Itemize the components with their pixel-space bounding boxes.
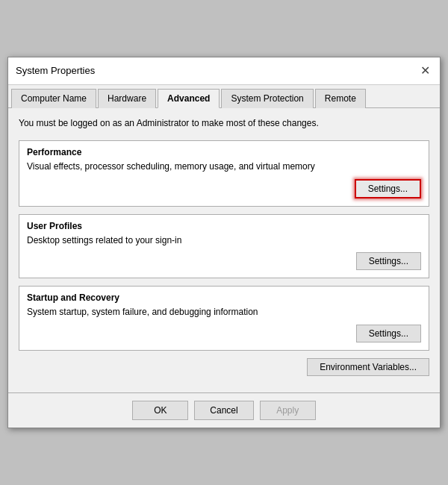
title-bar: System Properties ✕ — [8, 57, 440, 85]
user-profiles-section: User Profiles Desktop settings related t… — [19, 214, 429, 279]
env-btn-row: Environment Variables... — [19, 358, 429, 376]
user-profiles-btn-row: Settings... — [27, 252, 421, 270]
startup-recovery-section: Startup and Recovery System startup, sys… — [19, 286, 429, 351]
footer: OK Cancel Apply — [8, 392, 440, 428]
performance-section: Performance Visual effects, processor sc… — [19, 140, 429, 207]
cancel-button[interactable]: Cancel — [194, 401, 253, 420]
startup-recovery-desc: System startup, system failure, and debu… — [27, 306, 421, 319]
tab-remote[interactable]: Remote — [315, 89, 366, 108]
performance-desc: Visual effects, processor scheduling, me… — [27, 160, 421, 173]
close-icon: ✕ — [420, 65, 430, 77]
system-properties-window: System Properties ✕ Computer Name Hardwa… — [7, 57, 441, 428]
tab-content: You must be logged on as an Administrato… — [8, 108, 440, 392]
window-title: System Properties — [16, 65, 95, 76]
admin-notice: You must be logged on as an Administrato… — [19, 117, 429, 130]
environment-variables-button[interactable]: Environment Variables... — [307, 358, 429, 376]
user-profiles-title: User Profiles — [27, 221, 421, 231]
tab-hardware[interactable]: Hardware — [98, 89, 156, 108]
performance-btn-row: Settings... — [27, 179, 421, 198]
tab-computer-name[interactable]: Computer Name — [11, 89, 96, 108]
tab-advanced[interactable]: Advanced — [158, 89, 220, 108]
user-profiles-desc: Desktop settings related to your sign-in — [27, 234, 421, 247]
user-profiles-settings-button[interactable]: Settings... — [356, 252, 421, 270]
startup-recovery-settings-button[interactable]: Settings... — [356, 325, 421, 342]
close-button[interactable]: ✕ — [417, 63, 432, 78]
performance-settings-button[interactable]: Settings... — [355, 179, 421, 198]
tab-system-protection[interactable]: System Protection — [221, 89, 313, 108]
ok-button[interactable]: OK — [132, 401, 188, 420]
tab-bar: Computer Name Hardware Advanced System P… — [8, 85, 440, 108]
startup-recovery-btn-row: Settings... — [27, 325, 421, 342]
startup-recovery-title: Startup and Recovery — [27, 292, 421, 303]
performance-title: Performance — [27, 147, 421, 157]
apply-button[interactable]: Apply — [260, 401, 316, 420]
